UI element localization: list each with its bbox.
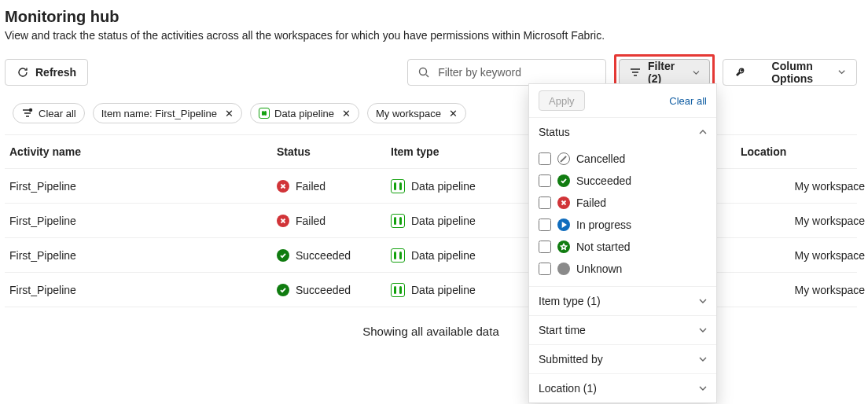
refresh-icon [17,66,29,79]
cell-activity: First_Pipeline [5,249,272,262]
filter-option-unknown[interactable]: Unknown [539,258,713,280]
section-title: Status [539,126,570,138]
col-location[interactable]: Location [736,145,868,158]
filter-option-succeeded[interactable]: Succeeded [539,170,713,192]
option-label: In progress [576,219,631,231]
table-row[interactable]: First_PipelineSucceededData pipeline6:08… [5,273,857,307]
search-input[interactable] [436,65,596,79]
error-icon [277,180,289,193]
filter-section-item-type[interactable]: Item type (1) [529,286,716,315]
col-item-type[interactable]: Item type [386,145,528,158]
toolbar: Refresh Filter (2) Col [5,54,857,90]
close-icon[interactable]: ✕ [342,108,351,119]
checkbox[interactable] [539,174,551,187]
checkbox[interactable] [539,219,551,231]
option-label: Failed [576,196,606,209]
close-icon[interactable]: ✕ [225,108,234,119]
col-activity[interactable]: Activity name [5,145,272,158]
cell-status: Succeeded [272,284,386,296]
filter-option-inprogress[interactable]: In progress [539,214,713,236]
refresh-label: Refresh [35,66,76,79]
item-type-text: Data pipeline [411,249,476,262]
unknown-icon [557,263,570,275]
chip-item-type[interactable]: Data pipeline ✕ [250,103,359,123]
filter-icon [629,66,642,79]
status-text: Failed [296,215,326,227]
cell-status: Succeeded [272,249,386,262]
filter-section-status[interactable]: Status [529,117,716,146]
chevron-down-icon [699,384,707,392]
table-row[interactable]: First_PipelineFailedData pipeline4:15 PM… [5,204,857,238]
error-icon [277,215,289,227]
col-status[interactable]: Status [272,145,386,158]
table-footer-message: Showing all available data [5,325,857,338]
search-box[interactable] [407,59,606,86]
pipeline-icon [391,283,405,297]
cell-item-type: Data pipeline [386,248,528,263]
filter-dropdown: Apply Clear all Status CancelledSucceede… [528,83,717,403]
success-icon [277,284,289,296]
chevron-down-icon [699,326,707,334]
cell-item-type: Data pipeline [386,283,528,297]
activities-table: Activity name Status Item type Start Loc… [5,134,857,307]
cell-status: Failed [272,180,386,193]
chevron-down-icon [699,355,707,363]
table-header: Activity name Status Item type Start Loc… [5,134,857,169]
filter-label: Filter (2) [648,60,686,85]
filter-section-start-time[interactable]: Start time [529,315,716,344]
svg-point-1 [29,108,32,112]
status-text: Failed [296,180,326,193]
item-type-text: Data pipeline [411,215,476,227]
checkbox[interactable] [539,152,551,165]
checkbox[interactable] [539,241,551,253]
not-started-icon [557,241,570,253]
refresh-button[interactable]: Refresh [5,59,88,86]
apply-button[interactable]: Apply [539,90,585,111]
filter-option-cancelled[interactable]: Cancelled [539,148,713,170]
section-title: Start time [539,324,586,336]
chip-label: My workspace [376,108,441,119]
search-icon [417,66,430,79]
clear-all-link[interactable]: Clear all [669,95,707,107]
filter-option-notstarted[interactable]: Not started [539,236,713,258]
chip-label: Data pipeline [274,108,334,119]
column-options-button[interactable]: Column Options [723,59,857,86]
option-label: Succeeded [576,174,631,187]
page-title: Monitoring hub [5,8,857,26]
option-label: Unknown [576,263,622,275]
cell-activity: First_Pipeline [5,215,272,227]
section-title: Submitted by [539,353,603,365]
status-text: Succeeded [296,284,351,296]
chip-item-name[interactable]: Item name: First_Pipeline ✕ [93,103,242,123]
in-progress-icon [557,219,570,231]
clear-all-label: Clear all [39,108,76,119]
cell-location: My workspace [736,284,868,296]
success-icon [277,249,289,262]
cell-activity: First_Pipeline [5,284,272,296]
cell-location: My workspace [736,215,868,227]
cell-location: My workspace [736,249,868,262]
success-icon [557,174,570,187]
checkbox[interactable] [539,196,551,209]
filter-button[interactable]: Filter (2) [619,59,710,86]
checkbox[interactable] [539,263,551,275]
chevron-down-icon [838,68,845,76]
item-type-text: Data pipeline [411,180,476,193]
filter-option-failed[interactable]: Failed [539,192,713,214]
chevron-up-icon [699,128,707,136]
table-row[interactable]: First_PipelineSucceededData pipeline3:42… [5,238,857,273]
filter-chips-row: Clear all Item name: First_Pipeline ✕ Da… [5,103,857,123]
cell-location: My workspace [736,180,868,193]
clear-filter-icon [21,107,34,119]
chip-location[interactable]: My workspace ✕ [367,103,466,123]
close-icon[interactable]: ✕ [449,108,458,119]
table-row[interactable]: First_PipelineFailedData pipeline3:40 PM… [5,169,857,204]
page-subtitle: View and track the status of the activit… [5,29,857,42]
section-title: Location (1) [539,382,597,395]
clear-all-chip[interactable]: Clear all [13,103,85,123]
filter-section-submitted-by[interactable]: Submitted by [529,344,716,373]
filter-section-location[interactable]: Location (1) [529,373,716,402]
item-type-text: Data pipeline [411,284,476,296]
cell-activity: First_Pipeline [5,180,272,193]
pipeline-icon [391,179,405,193]
